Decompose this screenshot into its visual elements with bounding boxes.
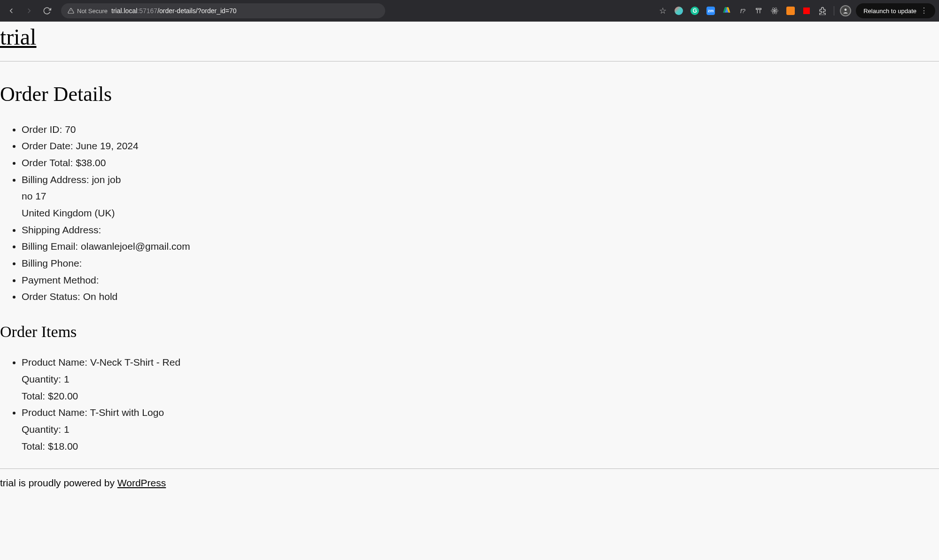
extension-react-icon[interactable] xyxy=(769,5,780,16)
url-text: trial.local:57167/order-details/?order_i… xyxy=(111,7,237,15)
billing-address-line2: no 17 xyxy=(22,188,939,205)
footer-text: trial is proudly powered by WordPress xyxy=(0,477,939,498)
item-name-value: V-Neck T-Shirt - Red xyxy=(90,357,180,368)
address-bar[interactable]: Not Secure trial.local:57167/order-detai… xyxy=(61,3,385,18)
extension-metamask-icon[interactable] xyxy=(785,5,796,16)
extension-zoom-icon[interactable]: zm xyxy=(705,5,716,16)
header-divider xyxy=(0,61,939,61)
order-status-label: Order Status: xyxy=(22,291,83,302)
billing-email-label: Billing Email: xyxy=(22,241,81,252)
security-indicator[interactable]: Not Secure xyxy=(68,8,108,15)
order-date-value: June 19, 2024 xyxy=(76,140,139,151)
page-heading: Order Details xyxy=(0,82,939,106)
order-status-value: On hold xyxy=(83,291,118,302)
extension-colorful-icon[interactable] xyxy=(673,5,684,16)
item-name-label: Product Name: xyxy=(22,357,90,368)
toolbar-right: ☆ G zm f? Relaunch to update ⋮ xyxy=(657,3,935,18)
menu-dots-icon: ⋮ xyxy=(920,7,928,15)
order-id-value: 70 xyxy=(65,124,76,135)
billing-address-item: Billing Address: jon job no 17 United Ki… xyxy=(22,171,939,222)
shipping-address-label: Shipping Address: xyxy=(22,224,101,235)
order-id-label: Order ID: xyxy=(22,124,65,135)
extension-fonts-icon[interactable]: f? xyxy=(737,5,748,16)
site-title-link[interactable]: trial xyxy=(0,24,36,49)
order-items-heading: Order Items xyxy=(0,323,939,341)
list-item: Product Name: V-Neck T-Shirt - Red Quant… xyxy=(22,354,939,404)
list-item: Product Name: T-Shirt with Logo Quantity… xyxy=(22,404,939,454)
extensions-menu-icon[interactable] xyxy=(817,5,828,16)
item-qty-label: Quantity: xyxy=(22,374,64,384)
payment-method-label: Payment Method: xyxy=(22,275,99,285)
billing-address-line1: jon job xyxy=(92,174,121,185)
page-content: trial Order Details Order ID: 70 Order D… xyxy=(0,22,939,498)
browser-chrome: Not Secure trial.local:57167/order-detai… xyxy=(0,0,939,22)
warning-icon xyxy=(68,8,74,14)
footer-prefix: trial is proudly powered by xyxy=(0,477,117,488)
billing-phone-item: Billing Phone: xyxy=(22,255,939,272)
billing-email-item: Billing Email: olawanlejoel@gmail.com xyxy=(22,238,939,255)
relaunch-button[interactable]: Relaunch to update ⋮ xyxy=(856,3,935,18)
svg-rect-5 xyxy=(756,8,761,10)
extension-drive-icon[interactable] xyxy=(721,5,732,16)
order-id-item: Order ID: 70 xyxy=(22,121,939,138)
item-total-value: $20.00 xyxy=(48,391,78,401)
security-label: Not Secure xyxy=(77,8,108,15)
shipping-address-item: Shipping Address: xyxy=(22,222,939,238)
billing-address-line3: United Kingdom (UK) xyxy=(22,205,939,222)
footer-divider xyxy=(0,468,939,469)
order-items-list: Product Name: V-Neck T-Shirt - Red Quant… xyxy=(0,354,939,454)
svg-point-12 xyxy=(845,8,847,11)
billing-phone-label: Billing Phone: xyxy=(22,258,82,268)
item-qty-value: 1 xyxy=(64,374,70,384)
item-total-label: Total: xyxy=(22,441,48,452)
item-name-value: T-Shirt with Logo xyxy=(90,407,164,418)
order-details-list: Order ID: 70 Order Date: June 19, 2024 O… xyxy=(0,121,939,306)
nav-back-button[interactable] xyxy=(4,3,19,18)
order-total-label: Order Total: xyxy=(22,157,76,168)
footer-wordpress-link[interactable]: WordPress xyxy=(117,477,166,488)
nav-forward-button[interactable] xyxy=(22,3,37,18)
order-date-label: Order Date: xyxy=(22,140,76,151)
item-qty-label: Quantity: xyxy=(22,424,64,435)
site-title: trial xyxy=(0,22,939,54)
item-total-label: Total: xyxy=(22,391,48,401)
extension-recorder-icon[interactable] xyxy=(801,5,812,16)
svg-point-11 xyxy=(774,10,776,12)
order-total-value: $38.00 xyxy=(76,157,106,168)
profile-avatar-icon[interactable] xyxy=(840,5,851,16)
order-date-item: Order Date: June 19, 2024 xyxy=(22,138,939,154)
extension-tool-icon[interactable] xyxy=(753,5,764,16)
item-qty-value: 1 xyxy=(64,424,70,435)
item-name-label: Product Name: xyxy=(22,407,90,418)
item-total-value: $18.00 xyxy=(48,441,78,452)
payment-method-item: Payment Method: xyxy=(22,272,939,289)
nav-reload-button[interactable] xyxy=(39,3,54,18)
order-total-item: Order Total: $38.00 xyxy=(22,154,939,171)
billing-email-value: olawanlejoel@gmail.com xyxy=(81,241,190,252)
billing-address-label: Billing Address: xyxy=(22,174,92,185)
bookmark-star-icon[interactable]: ☆ xyxy=(657,5,668,16)
extension-grammarly-icon[interactable]: G xyxy=(689,5,700,16)
toolbar-separator xyxy=(834,6,834,15)
order-status-item: Order Status: On hold xyxy=(22,288,939,305)
